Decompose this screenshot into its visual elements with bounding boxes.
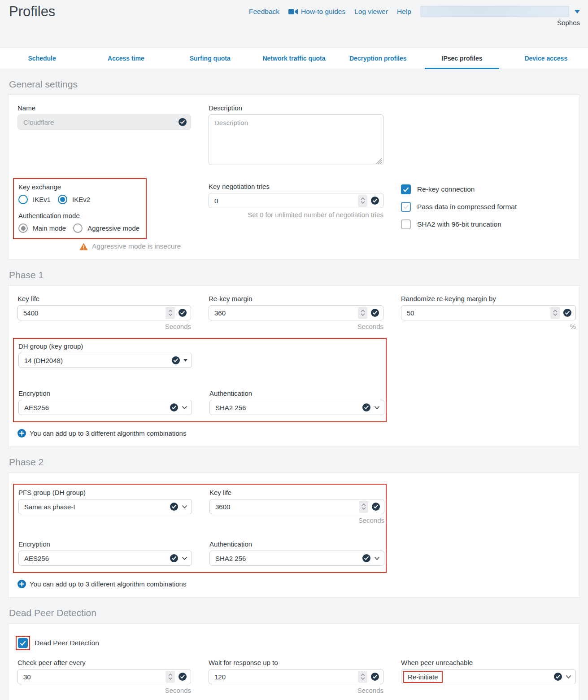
p1-randomize-input[interactable] — [407, 309, 547, 317]
warning-text: Aggressive mode is insecure — [92, 242, 181, 250]
tab-schedule[interactable]: Schedule — [0, 48, 84, 69]
tab-device-access[interactable]: Device access — [504, 48, 588, 69]
number-stepper[interactable] — [358, 671, 367, 683]
p1-randomize-label: Randomize re-keying margin by — [401, 295, 576, 302]
number-stepper[interactable] — [166, 307, 175, 319]
general-settings-card: Name Description Key exchange IKEv1 — [8, 95, 580, 260]
p2-key-life-input[interactable] — [215, 503, 355, 511]
chevron-down-icon[interactable] — [575, 10, 580, 13]
plus-circle-icon[interactable] — [17, 580, 26, 588]
p1-rekey-margin-label: Re-key margin — [209, 295, 383, 302]
p1-encryption-label: Encryption — [18, 389, 192, 397]
p2-add-combination-note: You can add up to 3 different algorithm … — [17, 580, 575, 588]
number-stepper[interactable] — [359, 501, 368, 513]
check-circle-icon — [563, 309, 571, 317]
tab-ipsec-profiles[interactable]: IPsec profiles — [420, 48, 504, 69]
p2-encryption-value: AES256 — [24, 555, 166, 562]
number-stepper[interactable] — [358, 195, 367, 207]
caret-down-icon — [183, 359, 187, 362]
checkbox-dead-peer-detection[interactable] — [18, 638, 28, 648]
radio-main-mode[interactable] — [18, 223, 28, 233]
name-input[interactable] — [23, 118, 175, 126]
p2-key-life-field — [209, 499, 384, 514]
dpd-unreachable-select[interactable]: Re-initiate — [401, 669, 576, 684]
p2-encryption-select[interactable]: AES256 — [18, 551, 192, 566]
p2-key-life-label: Key life — [209, 489, 384, 496]
p2-add-note-text: You can add up to 3 different algorithm … — [30, 580, 186, 588]
name-field — [17, 114, 191, 130]
tab-network-traffic-quota[interactable]: Network traffic quota — [252, 48, 336, 69]
tab-access-time[interactable]: Access time — [84, 48, 168, 69]
p2-pfs-group-label: PFS group (DH group) — [18, 489, 192, 496]
p1-randomize-unit: % — [401, 323, 576, 330]
dpd-title: Dead Peer Detection — [9, 608, 579, 618]
key-negotiation-field — [209, 193, 383, 208]
profiles-tabbar: Schedule Access time Surfing quota Netwo… — [0, 48, 588, 69]
check-circle-icon — [554, 673, 562, 681]
annotation-box-phase2-algorithms: PFS group (DH group) Same as phase-I Key… — [13, 484, 387, 573]
check-circle-icon — [172, 356, 180, 364]
checkbox-compressed-format[interactable] — [401, 202, 411, 212]
dpd-check-peer-unit: Seconds — [17, 687, 191, 694]
dpd-check-peer-label: Check peer after every — [17, 659, 191, 666]
log-viewer-link[interactable]: Log viewer — [354, 8, 388, 16]
radio-aggressive-mode[interactable] — [73, 223, 83, 233]
radio-ikev2[interactable] — [58, 195, 67, 204]
p1-key-life-unit: Seconds — [17, 323, 191, 330]
p2-pfs-group-select[interactable]: Same as phase-I — [18, 499, 192, 514]
header-nav: Feedback How-to guides Log viewer Help — [249, 6, 580, 17]
check-circle-icon — [179, 673, 187, 681]
dpd-wait-input[interactable] — [214, 673, 354, 681]
help-label: Help — [397, 8, 411, 16]
name-label: Name — [17, 104, 191, 112]
key-negotiation-input[interactable] — [214, 197, 354, 205]
warning-triangle-icon — [79, 243, 88, 250]
check-circle-icon — [371, 673, 379, 681]
checkbox-compressed-format-label: Pass data in compressed format — [417, 203, 517, 211]
p1-randomize-field — [401, 305, 576, 320]
check-circle-icon — [170, 503, 178, 511]
check-circle-icon — [371, 197, 379, 205]
feedback-link[interactable]: Feedback — [249, 8, 279, 16]
chevron-down-icon — [182, 505, 187, 509]
dpd-check-peer-input[interactable] — [23, 673, 162, 681]
p1-encryption-value: AES256 — [24, 404, 166, 411]
number-stepper[interactable] — [166, 671, 175, 683]
checkbox-dead-peer-detection-label: Dead Peer Detection — [35, 639, 99, 647]
p2-encryption-label: Encryption — [18, 540, 192, 548]
tab-decryption-profiles[interactable]: Decryption profiles — [336, 48, 420, 69]
description-textarea[interactable] — [209, 114, 383, 165]
number-stepper[interactable] — [550, 307, 560, 319]
p2-authentication-select[interactable]: SHA2 256 — [209, 551, 384, 566]
general-settings-title: General settings — [9, 79, 579, 90]
radio-ikev1[interactable] — [18, 195, 28, 204]
p1-dh-group-select[interactable]: 14 (DH2048) — [18, 353, 192, 368]
help-link[interactable]: Help — [397, 8, 411, 16]
checkbox-sha2-truncation[interactable] — [401, 219, 411, 229]
p1-encryption-select[interactable]: AES256 — [18, 400, 192, 415]
key-negotiation-help: Set 0 for unlimited number of negotiatio… — [209, 211, 383, 219]
tab-surfing-quota[interactable]: Surfing quota — [168, 48, 252, 69]
number-stepper[interactable] — [358, 307, 367, 319]
p1-key-life-label: Key life — [17, 295, 191, 302]
aggressive-mode-warning: Aggressive mode is insecure — [79, 242, 191, 250]
phase1-card: Key life Seconds Re-key margin — [8, 285, 580, 447]
p1-authentication-label: Authentication — [209, 389, 384, 397]
p1-key-life-input[interactable] — [23, 309, 162, 317]
annotation-box-phase1-algorithms: DH group (key group) 14 (DH2048) Encrypt… — [13, 338, 387, 422]
account-menu[interactable] — [420, 6, 569, 17]
plus-circle-icon[interactable] — [17, 429, 26, 438]
howto-guides-link[interactable]: How-to guides — [288, 8, 345, 16]
dpd-wait-unit: Seconds — [209, 687, 383, 694]
check-circle-icon — [362, 403, 370, 411]
dpd-check-peer-field — [17, 669, 191, 684]
brand-sophos: Sophos — [557, 19, 580, 26]
p1-rekey-margin-input[interactable] — [214, 309, 354, 317]
check-circle-icon — [179, 309, 187, 317]
chevron-down-icon — [374, 556, 380, 560]
description-label: Description — [209, 104, 383, 112]
p2-key-life-unit: Seconds — [209, 516, 384, 524]
p1-authentication-select[interactable]: SHA2 256 — [209, 400, 384, 415]
checkbox-rekey-connection[interactable] — [401, 184, 411, 194]
chevron-down-icon — [182, 406, 187, 410]
